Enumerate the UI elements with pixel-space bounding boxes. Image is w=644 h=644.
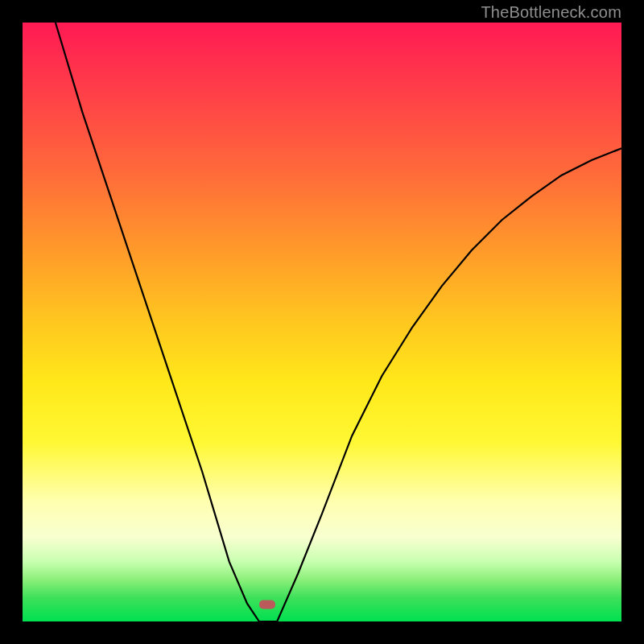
plot-area xyxy=(23,23,621,621)
optimum-marker xyxy=(259,601,275,609)
curve-path xyxy=(56,23,621,621)
watermark-text: TheBottleneck.com xyxy=(481,3,621,22)
chart-frame: TheBottleneck.com xyxy=(0,0,644,644)
bottleneck-curve xyxy=(23,23,621,621)
